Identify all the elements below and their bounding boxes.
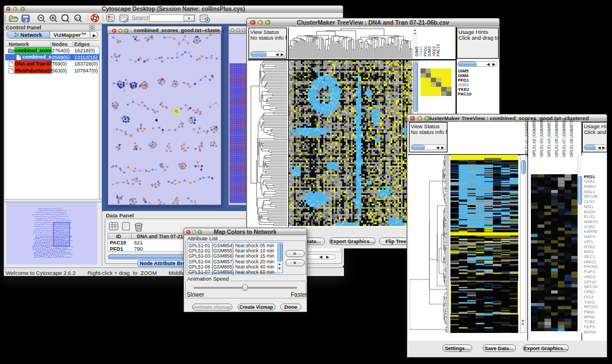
svg-text:1:1: 1:1 bbox=[76, 17, 81, 20]
